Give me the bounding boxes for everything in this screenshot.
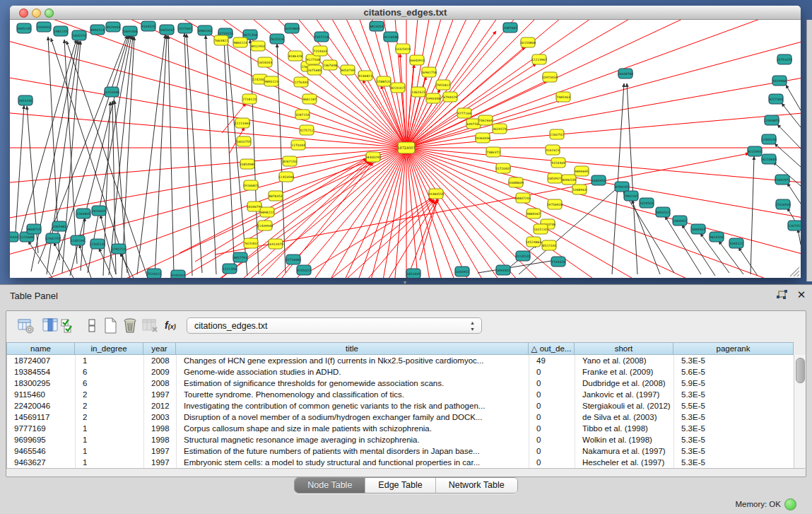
graph-node[interactable]: 18724007 xyxy=(397,142,415,153)
graph-node[interactable]: 9245042 xyxy=(171,270,185,278)
graph-node[interactable]: 16961758 xyxy=(421,67,437,77)
scrollbar-thumb[interactable] xyxy=(796,358,805,383)
graph-node[interactable]: 1024503 xyxy=(640,198,654,208)
graph-node[interactable]: 7386372 xyxy=(486,147,500,157)
graph-node[interactable]: 16210643 xyxy=(761,154,777,164)
graph-node[interactable]: 3919943 xyxy=(106,22,120,32)
graph-node[interactable]: 6794029 xyxy=(443,92,457,102)
graph-node[interactable]: 7992197 xyxy=(624,191,638,201)
graph-node[interactable]: 19166825 xyxy=(243,180,259,190)
graph-node[interactable]: 20153346 xyxy=(104,87,120,97)
graph-node[interactable]: 8990514 xyxy=(90,25,105,35)
graph-node[interactable]: 7154603 xyxy=(313,46,327,56)
graph-node[interactable]: 1694563 xyxy=(691,224,705,234)
graph-node[interactable]: 20691406 xyxy=(122,26,139,36)
graph-node[interactable]: 1640954 xyxy=(592,175,606,185)
table-row[interactable]: 977716911998Corpus callosum shape and si… xyxy=(7,423,805,434)
graph-node[interactable]: 13325419 xyxy=(395,44,411,54)
graph-node[interactable]: 1167551 xyxy=(788,221,801,230)
graph-node[interactable]: 3199433 xyxy=(10,232,18,242)
graph-node[interactable]: 15751074 xyxy=(777,54,793,64)
graph-node[interactable]: 9884067 xyxy=(526,209,541,218)
graph-node[interactable]: 16053809 xyxy=(284,23,300,33)
graph-node[interactable]: 9857791 xyxy=(233,252,247,262)
network-graph[interactable]: 5905135204394119811551405574899051439199… xyxy=(10,20,801,278)
graph-node[interactable]: 6466161 xyxy=(198,25,212,35)
column-header-title[interactable]: title xyxy=(176,342,529,355)
graph-node[interactable]: 3661187 xyxy=(302,94,317,104)
graph-node[interactable]: 16154808 xyxy=(520,37,536,47)
graph-node[interactable]: 12213967 xyxy=(531,54,548,64)
graph-node[interactable]: 1588520 xyxy=(377,76,391,86)
graph-node[interactable]: 2620655 xyxy=(92,206,106,216)
table-vertical-scrollbar[interactable] xyxy=(794,355,806,468)
graph-node[interactable]: 9860124 xyxy=(233,37,247,47)
graph-node[interactable]: 10688609 xyxy=(508,177,524,187)
graph-node[interactable]: 2675685 xyxy=(307,65,322,75)
graph-node[interactable]: 19218586 xyxy=(383,32,399,42)
graph-node[interactable]: 1264805 xyxy=(76,209,90,218)
graph-node[interactable]: 1170044 xyxy=(291,140,305,150)
graph-node[interactable]: 1145194 xyxy=(71,235,85,245)
graph-node[interactable]: 9898222 xyxy=(260,207,274,217)
graph-node[interactable]: 16640910 xyxy=(409,55,425,65)
tab-node-table[interactable]: Node Table xyxy=(295,478,365,493)
graph-node[interactable]: 1221358 xyxy=(223,264,237,274)
graph-node[interactable]: 8878354 xyxy=(269,191,283,201)
graph-node[interactable]: 9777169 xyxy=(457,108,471,118)
table-row[interactable]: 1830029562008Estimation of significance … xyxy=(7,378,805,389)
graph-node[interactable]: 14524861 xyxy=(526,237,542,247)
graph-node[interactable]: 7955812 xyxy=(436,80,450,90)
table-settings-icon[interactable] xyxy=(18,317,35,334)
table-row[interactable]: 946554611997Estimation of the future num… xyxy=(7,445,805,457)
graph-node[interactable]: 3287154 xyxy=(295,110,310,119)
graph-node[interactable]: 9104525 xyxy=(141,21,155,31)
graph-node[interactable]: 2087682 xyxy=(503,23,517,33)
graph-node[interactable]: 7524022 xyxy=(147,269,161,278)
graph-node[interactable]: 8096539 xyxy=(562,175,576,185)
graph-node[interactable]: 8912954 xyxy=(251,41,265,51)
graph-node[interactable]: 8267150 xyxy=(283,156,297,166)
column-header-short[interactable]: short xyxy=(575,342,673,355)
graph-node[interactable]: 7462664 xyxy=(478,115,493,125)
graph-node[interactable]: 9824504 xyxy=(710,232,724,242)
graph-node[interactable]: 2718120 xyxy=(242,94,257,104)
graph-node[interactable]: 8454749 xyxy=(341,65,355,75)
column-header-out-de-[interactable]: △ out_de... xyxy=(529,342,575,355)
table-row[interactable]: 1938455462009Genome-wide association stu… xyxy=(7,366,805,378)
graph-node[interactable]: 8813054 xyxy=(370,21,384,31)
column-visibility-icon[interactable] xyxy=(42,317,59,334)
graph-node[interactable]: 1044952 xyxy=(455,267,469,276)
table-row[interactable]: 969969511998Structural magnetic resonanc… xyxy=(7,434,805,445)
graph-node[interactable]: 18807243 xyxy=(515,193,531,203)
graph-node[interactable]: 9808715 xyxy=(27,224,41,234)
column-header-pagerank[interactable]: pagerank xyxy=(673,342,794,355)
window-titlebar[interactable]: citations_edges.txt xyxy=(10,6,801,20)
delete-attribute-icon[interactable] xyxy=(122,317,139,334)
tab-network-table[interactable]: Network Table xyxy=(435,478,517,493)
graph-node[interactable]: 12444154 xyxy=(761,134,777,144)
graph-node[interactable]: 17016504 xyxy=(775,199,792,209)
new-attribute-icon[interactable] xyxy=(102,317,119,334)
float-panel-button[interactable] xyxy=(776,290,789,301)
graph-node[interactable]: 16648784 xyxy=(618,69,634,78)
graph-node[interactable]: 9329966 xyxy=(772,76,787,86)
graph-node[interactable]: 9899695 xyxy=(575,166,589,176)
graph-node[interactable]: 1160742 xyxy=(550,129,564,139)
graph-node[interactable]: 19384554 xyxy=(428,189,445,199)
table-row[interactable]: 1456911722003Disruption of a novel membe… xyxy=(7,411,805,423)
graph-node[interactable]: 9450512 xyxy=(656,207,670,217)
table-row[interactable]: 946362711997Embryonic stem cells: a mode… xyxy=(7,457,805,468)
graph-node[interactable]: 9146821 xyxy=(358,71,372,81)
graph-node[interactable]: 12353594 xyxy=(278,172,295,182)
graph-node[interactable]: 1527602 xyxy=(178,23,192,33)
graph-node[interactable]: 10973433 xyxy=(542,72,558,82)
resize-grip-icon[interactable] xyxy=(797,274,799,276)
graph-node[interactable]: 1693442 xyxy=(496,265,510,275)
graph-node[interactable]: 7663822 xyxy=(214,35,228,45)
graph-node[interactable]: 19756928 xyxy=(547,199,563,209)
graph-node[interactable]: 7485063 xyxy=(556,92,570,102)
graph-node[interactable]: 1990448 xyxy=(426,93,440,103)
table-row[interactable]: 911546021997Tourette syndrome. Phenomeno… xyxy=(7,389,805,400)
delete-table-icon[interactable] xyxy=(142,317,159,334)
